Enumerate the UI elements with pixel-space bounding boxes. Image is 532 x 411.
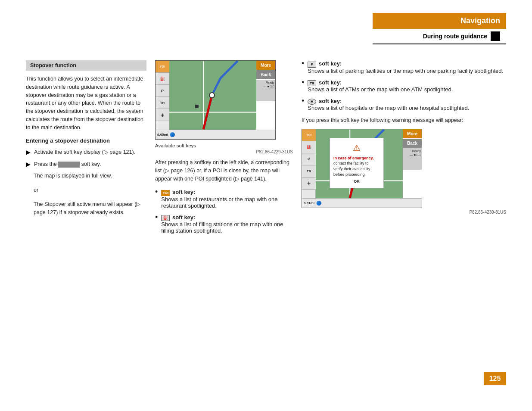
gas-icon: ⛽ <box>161 215 170 221</box>
hospital-soft-label: soft key: <box>319 98 342 104</box>
figure2-ref: P82.86-4230-31US <box>302 210 506 215</box>
back-button-1[interactable]: Back <box>256 70 275 80</box>
parking-description: Shows a list of parking facilities or th… <box>308 68 503 74</box>
d2-icon-plus[interactable]: + <box>302 177 316 190</box>
gas-soft-label: soft key: <box>172 214 195 221</box>
bullet-arrow-1: ▶ <box>26 148 31 157</box>
entering-title: Entering a stopover destination <box>26 137 146 144</box>
bullet-text-1: Activate the soft key display (▷ page 12… <box>34 148 146 156</box>
atm-icon: TR <box>308 80 316 86</box>
warning-text3: verify their availability <box>333 166 380 172</box>
warning-ok-label[interactable]: OK <box>333 179 380 184</box>
device1-status-text: Ready— ■ □ □ <box>263 81 274 88</box>
section-header: Stopover function <box>26 60 146 71</box>
device2-map: ⚠ In case of emergency, contact the faci… <box>316 129 403 198</box>
gas-description: Shows a list of filling stations or the … <box>161 221 283 234</box>
page-number: 125 <box>484 372 506 385</box>
stopover-body-text: This function allows you to select an in… <box>26 75 146 131</box>
bullet-dot-1: • <box>155 189 158 209</box>
right-dot-2: • <box>302 79 304 93</box>
yoi-description: Shows a list of restaurants or the map w… <box>161 196 277 209</box>
device2-status-text: Ready— ■ □ □ <box>410 149 421 156</box>
device2-distance: 0.01mi <box>304 201 314 205</box>
parking-soft-label: soft key: <box>319 60 342 67</box>
map-note: The map is displayed in full view. <box>34 172 146 180</box>
device2-right-btns: More Back Ready— ■ □ □ <box>403 129 422 170</box>
atm-description: Shows a list of ATMs or the map with one… <box>308 86 453 93</box>
device1-distance: 0.05mi <box>157 133 168 137</box>
icon-yoi[interactable]: YO! <box>156 61 169 73</box>
d2-icon-tr[interactable]: TR <box>302 165 316 177</box>
bullet-dot-2: • <box>155 214 158 234</box>
right-dot-1: • <box>302 60 304 74</box>
stopover-note: The Stopover still active menu will appe… <box>34 200 146 217</box>
right-column: • P soft key: Shows a list of parking fa… <box>302 60 506 239</box>
device1-map <box>169 61 256 130</box>
device2-status: Ready— ■ □ □ <box>403 148 422 170</box>
right-bullet-1: • P soft key: Shows a list of parking fa… <box>302 60 506 74</box>
device-2: YO! ⛽ P TR + ⚠ <box>302 129 422 208</box>
right-bullet-1-content: P soft key: Shows a list of parking faci… <box>308 60 503 74</box>
right-bullet-2: • TR soft key: Shows a list of ATMs or t… <box>302 79 506 93</box>
main-content: Stopover function This function allows y… <box>26 60 506 239</box>
warning-popup: ⚠ In case of emergency, contact the faci… <box>330 138 384 188</box>
device1-left-icons: YO! ⛽ P TR + <box>156 61 169 130</box>
icon-p-park[interactable]: P <box>156 85 169 97</box>
device1-status: Ready— ■ □ □ <box>256 80 275 101</box>
parking-icon: P <box>308 62 316 68</box>
press-prefix: Press the <box>34 161 57 167</box>
warning-intro: If you press this soft key the following… <box>302 116 506 125</box>
bullet-1: ▶ Activate the soft key display (▷ page … <box>26 148 146 157</box>
nav-subtitle-text: During route guidance <box>423 33 487 40</box>
nav-subtitle: During route guidance <box>373 29 506 44</box>
nav-title: Navigation <box>373 13 506 29</box>
icon-plus[interactable]: + <box>156 109 169 121</box>
device2-compass-icon: 🔵 <box>316 201 321 206</box>
hospital-icon: H <box>308 99 316 105</box>
right-bullet-3-content: H soft key: Shows a list of hospitals or… <box>308 98 469 111</box>
device-1: YO! ⛽ P TR + <box>155 60 276 140</box>
map-marker <box>195 105 199 108</box>
yoi-icon: YOI <box>161 190 170 196</box>
back-button-2[interactable]: Back <box>403 139 422 148</box>
press-suffix: soft key. <box>81 161 101 167</box>
d2-icon-gas[interactable]: ⛽ <box>302 141 316 153</box>
bullet-2: ▶ Press the soft key. <box>26 160 146 169</box>
nav-header: Navigation During route guidance <box>373 13 506 53</box>
device2-bottom: 0.01mi 🔵 <box>302 198 422 208</box>
warning-triangle-icon: ⚠ <box>333 142 380 154</box>
bullet-text-2: Press the soft key. <box>34 160 146 168</box>
icon-tr[interactable]: TR <box>156 97 169 109</box>
icon-p-gas[interactable]: ⛽ <box>156 73 169 85</box>
mid-bullet-1: • YOI soft key: Shows a list of restaura… <box>155 189 293 209</box>
bullet-arrow-2: ▶ <box>26 160 31 169</box>
more-button-2[interactable]: More <box>403 129 422 139</box>
subtitle-divider <box>373 44 506 44</box>
more-button-1[interactable]: More <box>256 61 275 70</box>
right-dot-3: • <box>302 98 304 111</box>
or-text: or <box>34 186 146 194</box>
device2-left-icons: YO! ⛽ P TR + <box>302 129 316 198</box>
right-bullet-2-content: TR soft key: Shows a list of ATMs or the… <box>308 79 453 93</box>
right-bullet-3: • H soft key: Shows a list of hospitals … <box>302 98 506 111</box>
figure1-caption-area: Available soft keys P82.86-4229-31US <box>155 142 293 154</box>
atm-soft-label: soft key: <box>319 79 342 86</box>
left-column: Stopover function This function allows y… <box>26 60 146 239</box>
svg-point-2 <box>209 93 215 98</box>
figure1-ref: P82.86-4229-31US <box>155 149 293 154</box>
mid-bullet-2: • ⛽ soft key: Shows a list of filling st… <box>155 214 293 234</box>
subtitle-black-box <box>491 31 500 41</box>
device1-bottom: 0.05mi 🔵 <box>156 130 275 139</box>
mid-intro-text: After pressing a softkey on the left sid… <box>155 159 293 183</box>
device1-right-btns: More Back Ready— ■ □ □ <box>256 61 275 101</box>
mid-column: YO! ⛽ P TR + <box>155 60 293 239</box>
compass-icon: 🔵 <box>170 132 175 137</box>
warning-text4: before proceeding. <box>333 172 380 177</box>
d2-icon-yoi[interactable]: YO! <box>302 129 316 141</box>
d2-icon-park[interactable]: P <box>302 153 316 165</box>
yoi-soft-label: soft key: <box>172 189 195 195</box>
warning-text2: contact the facility to <box>333 161 380 166</box>
mid-bullet-2-content: ⛽ soft key: Shows a list of filling stat… <box>161 214 293 234</box>
hospital-description: Shows a list of hospitals or the map wit… <box>308 105 469 111</box>
warning-text1: In case of emergency, <box>333 156 380 161</box>
